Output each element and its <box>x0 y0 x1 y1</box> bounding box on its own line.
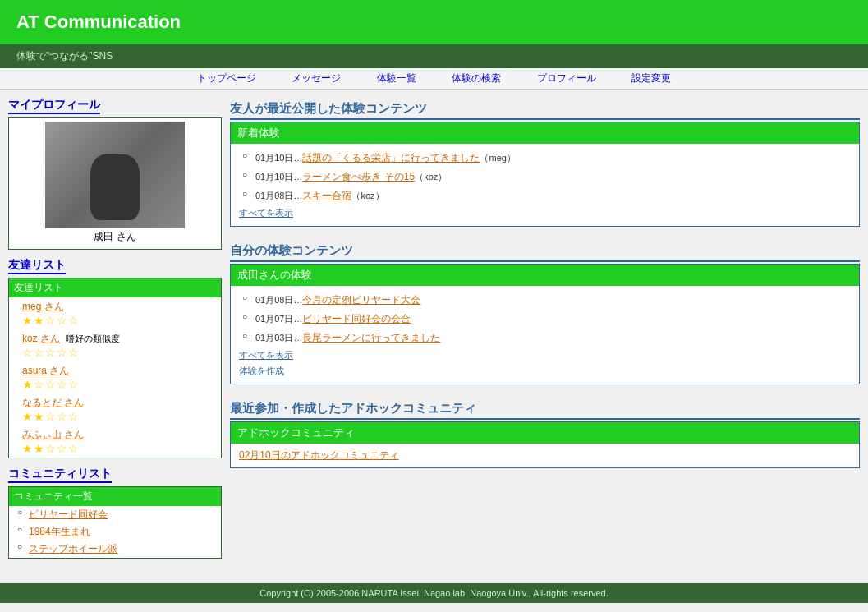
friend-name-meg[interactable]: meg さん <box>22 301 64 312</box>
friend-stars-meg: ★★☆☆☆ <box>22 314 80 327</box>
list-item: meg さん ★★☆☆☆ <box>9 297 221 329</box>
friends-content-box: 新着体験 01月10日…話題の「くるる栄店」に行ってきました（meg） 01月1… <box>230 122 860 227</box>
entry-author-2: （koz） <box>415 172 447 182</box>
profile-photo <box>45 122 185 228</box>
friend-name-naruto[interactable]: なるとだ さん <box>22 397 84 408</box>
list-item: 01月10日…ラーメン食べ歩き その15（koz） <box>239 168 851 186</box>
list-item: ステップホイール派 <box>17 541 221 558</box>
friends-section: 友達リスト 友達リスト meg さん ★★☆☆☆ koz さん 嗜好の類似度 ☆… <box>8 258 222 458</box>
my-entry-link-3[interactable]: 長尾ラーメンに行ってきました <box>302 332 440 343</box>
nav-settings[interactable]: 設定変更 <box>631 72 671 84</box>
my-show-all[interactable]: すべてを表示 <box>239 347 851 363</box>
my-content-header: 成田さんの体験 <box>231 265 859 286</box>
entry-link-3[interactable]: スキー合宿 <box>302 190 351 201</box>
nav-experience-search[interactable]: 体験の検索 <box>452 72 501 84</box>
create-experience-link[interactable]: 体験を作成 <box>239 363 851 379</box>
entry-link-2[interactable]: ラーメン食べ歩き その15 <box>302 171 415 182</box>
main-content: マイプロフィール 成田 さん 友達リスト 友達リスト meg さん ★★☆☆☆ <box>0 90 868 575</box>
friends-box: 友達リスト meg さん ★★☆☆☆ koz さん 嗜好の類似度 ☆☆☆☆☆ a… <box>8 278 222 458</box>
my-content-box: 成田さんの体験 01月08日…今月の定例ビリヤード大会 01月07日…ビリヤード… <box>230 264 860 384</box>
entry-date: 01月08日… <box>255 295 302 305</box>
friends-content-header: 新着体験 <box>231 122 859 144</box>
list-item: 1984年生まれ <box>17 523 221 541</box>
list-item: asura さん ★☆☆☆☆ <box>9 361 221 393</box>
friend-name-asura[interactable]: asura さん <box>22 365 69 376</box>
friends-content-body: 01月10日…話題の「くるる栄店」に行ってきました（meg） 01月10日…ラー… <box>231 144 859 226</box>
community-stepwheel[interactable]: ステップホイール派 <box>29 543 117 554</box>
adhoc-content-title: 最近参加・作成したアドホックコミュニティ <box>230 398 860 420</box>
community-1984[interactable]: 1984年生まれ <box>29 526 90 537</box>
my-content-title: 自分の体験コンテンツ <box>230 240 860 262</box>
entry-date: 01月07日… <box>255 314 302 324</box>
adhoc-content-box: アドホックコミュニティ 02月10日のアドホックコミュニティ <box>230 421 860 468</box>
entry-author-3: （koz） <box>351 191 383 200</box>
community-box: コミュニティ一覧 ビリヤード同好会 1984年生まれ ステップホイール派 <box>8 486 222 559</box>
subheader: 体験で"つながる"SNS <box>0 44 868 68</box>
friend-stars-asura: ★☆☆☆☆ <box>22 378 80 391</box>
my-entry-list: 01月08日…今月の定例ビリヤード大会 01月07日…ビリヤード同好会の会合 0… <box>239 291 851 347</box>
friends-box-header: 友達リスト <box>9 278 221 297</box>
nav-experience-list[interactable]: 体験一覧 <box>377 72 416 84</box>
profile-section-title: マイプロフィール <box>8 98 100 114</box>
friend-stars-naruto: ★★☆☆☆ <box>22 410 80 423</box>
list-item: koz さん 嗜好の類似度 ☆☆☆☆☆ <box>9 329 221 361</box>
entry-link-1[interactable]: 話題の「くるる栄店」に行ってきました <box>302 152 480 163</box>
list-item: 01月07日…ビリヤード同好会の会合 <box>239 310 851 329</box>
friends-show-all[interactable]: すべてを表示 <box>239 205 851 221</box>
adhoc-content-body: 02月10日のアドホックコミュニティ <box>231 444 859 467</box>
profile-name: 成田 さん <box>12 228 218 246</box>
nav-message[interactable]: メッセージ <box>292 72 341 84</box>
list-item: 01月10日…話題の「くるる栄店」に行ってきました（meg） <box>239 149 851 168</box>
entry-date: 01月10日… <box>255 172 302 182</box>
content-area: 友人が最近公開した体験コンテンツ 新着体験 01月10日…話題の「くるる栄店」に… <box>230 98 860 567</box>
sidebar: マイプロフィール 成田 さん 友達リスト 友達リスト meg さん ★★☆☆☆ <box>8 98 222 567</box>
adhoc-entry-link[interactable]: 02月10日のアドホックコミュニティ <box>239 449 399 461</box>
entry-date: 01月03日… <box>255 333 302 343</box>
footer-text: Copyright (C) 2005-2006 NARUTA Issei, Na… <box>259 588 609 598</box>
list-item: 01月08日…スキー合宿（koz） <box>239 186 851 205</box>
profile-box: 成田 さん <box>8 117 222 250</box>
list-item: みふぃ山 さん ★★☆☆☆ <box>9 426 221 458</box>
list-item: ビリヤード同好会 <box>17 506 221 523</box>
friend-stars-mifuiyama: ★★☆☆☆ <box>22 442 80 455</box>
profile-section: マイプロフィール 成田 さん <box>8 98 222 250</box>
site-title: AT Communication <box>16 12 852 33</box>
community-billiard[interactable]: ビリヤード同好会 <box>29 508 108 520</box>
adhoc-content-header: アドホックコミュニティ <box>231 422 859 444</box>
header: AT Communication <box>0 0 868 44</box>
friend-name-koz[interactable]: koz さん <box>22 333 60 344</box>
list-item: 01月08日…今月の定例ビリヤード大会 <box>239 291 851 310</box>
friends-entry-list: 01月10日…話題の「くるる栄店」に行ってきました（meg） 01月10日…ラー… <box>239 149 851 205</box>
friends-content-title: 友人が最近公開した体験コンテンツ <box>230 98 860 120</box>
profile-image-container: 成田 さん <box>9 118 221 249</box>
community-section: コミュニティリスト コミュニティ一覧 ビリヤード同好会 1984年生まれ ステッ… <box>8 467 222 559</box>
list-item: なるとだ さん ★★☆☆☆ <box>9 393 221 426</box>
community-box-header: コミュニティ一覧 <box>9 487 221 506</box>
my-entry-link-1[interactable]: 今月の定例ビリヤード大会 <box>302 294 420 306</box>
my-content-body: 01月08日…今月の定例ビリヤード大会 01月07日…ビリヤード同好会の会合 0… <box>231 286 859 384</box>
similarity-label-koz: 嗜好の類似度 <box>66 334 120 343</box>
list-item: 01月03日…長尾ラーメンに行ってきました <box>239 329 851 347</box>
my-entry-link-2[interactable]: ビリヤード同好会の会合 <box>302 313 411 324</box>
entry-date: 01月08日… <box>255 191 302 200</box>
friend-stars-koz: ☆☆☆☆☆ <box>22 346 80 359</box>
friends-section-title: 友達リスト <box>8 258 66 274</box>
entry-date: 01月10日… <box>255 153 302 163</box>
community-list: ビリヤード同好会 1984年生まれ ステップホイール派 <box>9 506 221 558</box>
community-section-title: コミュニティリスト <box>8 467 112 483</box>
navigation: トップページ メッセージ 体験一覧 体験の検索 プロフィール 設定変更 <box>0 68 868 90</box>
entry-author-1: （meg） <box>480 153 515 163</box>
friend-name-mifuiyama[interactable]: みふぃ山 さん <box>22 429 84 440</box>
nav-top[interactable]: トップページ <box>197 72 256 84</box>
subheader-text: 体験で"つながる"SNS <box>16 50 113 62</box>
nav-profile[interactable]: プロフィール <box>537 72 596 84</box>
footer: Copyright (C) 2005-2006 NARUTA Issei, Na… <box>0 583 868 603</box>
